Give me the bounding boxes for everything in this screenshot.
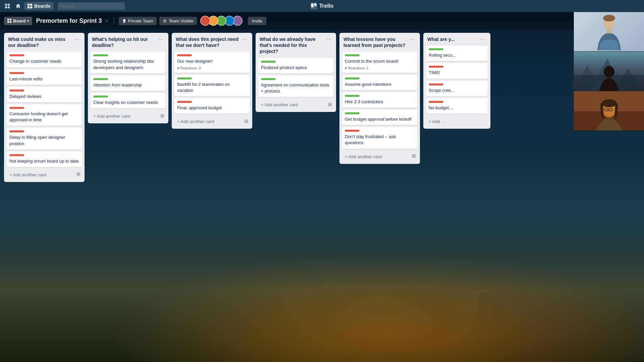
list-3-title: What does this project need that we don'… [176, 36, 241, 48]
list-6-header: What are y... ··· [426, 36, 488, 43]
board-view-button[interactable]: Board ▾ [4, 17, 32, 25]
list-3-header: What does this project need that we don'… [174, 36, 250, 49]
card-text: Delayed reviews [9, 94, 79, 100]
card-template-icon[interactable]: ⊞ [75, 171, 82, 177]
add-card-row: + Add another card ⊞ [258, 99, 333, 109]
card-label-green [429, 48, 443, 50]
avatar-1[interactable] [200, 16, 210, 26]
card-label-red [9, 107, 24, 109]
card[interactable]: Last-minute edits [7, 69, 82, 85]
private-team-button[interactable]: Private Team [119, 17, 157, 25]
list-2-header: What's helping us hit our deadline? ··· [91, 36, 166, 49]
divider [114, 17, 114, 24]
list-4-menu[interactable]: ··· [325, 36, 332, 42]
card[interactable]: Assume good intentions [342, 75, 417, 90]
card[interactable]: Hire 2-3 contractors [342, 92, 417, 108]
list-6-title: What are y... [427, 36, 479, 42]
card-text: Don't stay frustrated -- ask questions [345, 134, 415, 146]
card-template-icon[interactable]: ⊞ [327, 101, 333, 108]
add-card-label: + Add ... [429, 119, 445, 124]
card[interactable]: Finalized product specs [258, 58, 333, 73]
card-text: Clear insights on customer needs [93, 100, 163, 106]
add-card-button[interactable]: + Add another card [7, 170, 49, 179]
add-card-label: + Add another card [261, 102, 298, 107]
card[interactable]: Delay in filling open designer position [7, 128, 82, 149]
boardbar: Board ▾ Premortem for Sprint 3 ☆ Private… [0, 12, 644, 29]
svg-rect-0 [5, 4, 7, 6]
invite-label: Invite [252, 18, 262, 23]
card[interactable]: TIME! [426, 63, 488, 78]
svg-rect-3 [8, 6, 10, 8]
card[interactable]: Commit to the scrum board! ♥ Reactions: … [342, 52, 417, 72]
card-label-green [345, 77, 360, 79]
card-text: Hire 2-3 contractors [345, 99, 415, 105]
add-card-button[interactable]: + Add another card [342, 152, 384, 161]
svg-rect-11 [7, 19, 9, 20]
svg-rect-4 [28, 4, 30, 6]
list-5-menu[interactable]: ··· [409, 36, 416, 42]
list-6-menu[interactable]: ··· [479, 36, 486, 42]
card-text: Delay in filling open designer position [9, 134, 79, 146]
card[interactable]: Clear insights on customer needs [91, 93, 166, 108]
list-1: What could make us miss our deadline? ··… [4, 33, 85, 182]
add-card-button[interactable]: + Add another card [174, 117, 217, 126]
card-text: Backfill for 2 teammates on vacation [177, 81, 247, 94]
card-label-red [429, 101, 443, 103]
invite-button[interactable]: Invite [248, 17, 266, 25]
boards-button[interactable]: Boards [24, 2, 54, 10]
card[interactable]: Our new designer! ♥ Reactions: 3 [174, 52, 250, 72]
video-bg-3 [574, 91, 644, 130]
video-tile-1 [574, 12, 644, 52]
svg-point-23 [604, 66, 614, 77]
video-bg-2 [574, 52, 644, 91]
home-icon[interactable] [13, 1, 23, 11]
list-4-title: What do we already have that's needed fo… [260, 36, 325, 55]
card-label-red [345, 130, 360, 132]
card-label-green [261, 61, 276, 63]
card[interactable]: Rolling secu... [426, 46, 488, 61]
card[interactable]: Get budget approval before kickoff [342, 110, 417, 125]
card-template-icon[interactable]: ⊞ [411, 153, 417, 159]
card-label-green [261, 78, 276, 80]
card[interactable]: Attention from leadership [91, 75, 166, 91]
card[interactable]: Contractor funding doesn't get approved … [7, 104, 82, 126]
card[interactable]: Agreement on communication tools + proce… [258, 75, 333, 97]
trello-logo-text: Trello [319, 3, 334, 9]
list-5-header: What lessons have you learned from past … [342, 36, 417, 49]
add-card-button[interactable]: + Add ... [426, 117, 447, 126]
list-1-menu[interactable]: ··· [73, 36, 80, 42]
card-template-icon[interactable]: ⊞ [243, 118, 250, 124]
card[interactable]: Not keeping scrum board up to date [7, 152, 82, 167]
svg-point-31 [602, 99, 616, 107]
search-input[interactable] [58, 2, 125, 10]
card-label-red [9, 72, 24, 74]
add-card-label: + Add another card [345, 154, 382, 159]
card[interactable]: Change in customer needs [7, 52, 82, 67]
card[interactable]: No budget ... [426, 98, 488, 114]
card[interactable]: Don't stay frustrated -- ask questions [342, 127, 417, 148]
card-template-icon[interactable]: ⊞ [159, 112, 166, 119]
card[interactable]: Backfill for 2 teammates on vacation [174, 75, 250, 96]
card[interactable]: Strong working relationship btw develope… [91, 52, 166, 73]
grid-icon[interactable] [3, 1, 12, 11]
list-3-menu[interactable]: ··· [241, 36, 248, 42]
search-area [58, 2, 125, 10]
svg-rect-6 [28, 6, 30, 8]
team-visible-button[interactable]: Team Visible [159, 17, 197, 25]
list-4-header: What do we already have that's needed fo… [258, 36, 333, 55]
board-title: Premortem for Sprint 3 [36, 17, 102, 24]
card[interactable]: Final, approved budget [174, 98, 250, 114]
card[interactable]: Scope cree... [426, 81, 488, 96]
add-card-row: + Add ... [426, 116, 488, 126]
add-card-label: + Add another card [9, 172, 46, 177]
list-1-title: What could make us miss our deadline? [8, 36, 73, 48]
card[interactable]: Delayed reviews [7, 87, 82, 102]
add-card-button[interactable]: + Add another card [258, 100, 301, 109]
card-label-green [345, 112, 360, 114]
list-2-menu[interactable]: ··· [157, 36, 164, 42]
svg-rect-1 [8, 4, 10, 6]
card-label-red [177, 101, 192, 103]
list-5: What lessons have you learned from past … [339, 33, 420, 164]
add-card-button[interactable]: + Add another card [91, 112, 133, 121]
star-icon[interactable]: ☆ [105, 18, 109, 23]
